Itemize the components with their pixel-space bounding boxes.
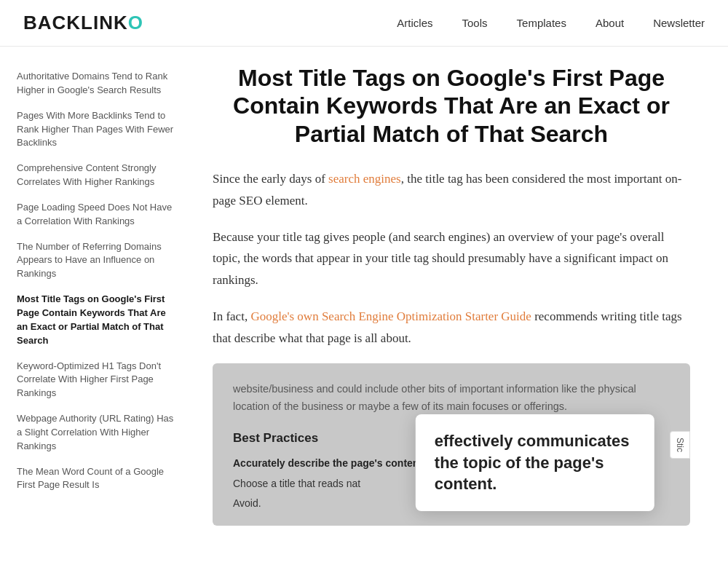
main-content: Most Title Tags on Google's First Page C… — [189, 64, 713, 555]
google-guide-link[interactable]: Google's own Search Engine Optimization … — [250, 309, 531, 323]
logo-o: O — [128, 12, 143, 33]
sidebar-item-3[interactable]: Comprehensive Content Strongly Correlate… — [12, 156, 178, 195]
nav-templates[interactable]: Templates — [517, 17, 566, 29]
logo[interactable]: BACKLINKO — [23, 12, 143, 34]
nav-tools[interactable]: Tools — [462, 17, 488, 29]
paragraph-1: Since the early days of search engines, … — [213, 168, 690, 212]
sidebar-item-2[interactable]: Pages With More Backlinks Tend to Rank H… — [12, 103, 178, 157]
logo-text: BACKLINK — [23, 12, 128, 33]
box-text-top: website/business and could include other… — [233, 381, 670, 414]
sidebar-item-1[interactable]: Authoritative Domains Tend to Rank Highe… — [12, 64, 178, 103]
nav-articles[interactable]: Articles — [397, 17, 432, 29]
sidebar-item-4[interactable]: Page Loading Speed Does Not Have a Corre… — [12, 195, 178, 234]
sidebar: Authoritative Domains Tend to Rank Highe… — [0, 64, 189, 555]
paragraph-3: In fact, Google's own Search Engine Opti… — [213, 306, 690, 349]
content-wrapper: Authoritative Domains Tend to Rank Highe… — [0, 47, 728, 555]
nav-about[interactable]: About — [596, 17, 624, 29]
nav-newsletter[interactable]: Newsletter — [653, 17, 705, 29]
article-body: Since the early days of search engines, … — [213, 168, 690, 349]
sidebar-item-6-active[interactable]: Most Title Tags on Google's First Page C… — [12, 287, 178, 353]
para3-before: In fact, — [213, 309, 250, 323]
sidebar-item-8[interactable]: Webpage Authority (URL Rating) Has a Sli… — [12, 406, 178, 459]
sticky-hint[interactable]: Stic — [670, 431, 690, 459]
content-preview-box: website/business and could include other… — [213, 363, 690, 526]
content-preview-wrapper: website/business and could include other… — [213, 363, 690, 526]
para1-before: Since the early days of — [213, 172, 328, 186]
sidebar-item-5[interactable]: The Number of Referring Domains Appears … — [12, 234, 178, 288]
tooltip-bubble: effectively communicates the topic of th… — [416, 414, 654, 511]
site-header: BACKLINKO Articles Tools Templates About… — [0, 0, 728, 47]
paragraph-2: Because your title tag gives people (and… — [213, 226, 690, 291]
sidebar-item-9[interactable]: The Mean Word Count of a Google First Pa… — [12, 459, 178, 499]
search-engines-link[interactable]: search engines — [328, 172, 401, 186]
sidebar-item-7[interactable]: Keyword-Optimized H1 Tags Don't Correlat… — [12, 354, 178, 407]
main-nav: Articles Tools Templates About Newslette… — [397, 17, 705, 29]
article-title: Most Title Tags on Google's First Page C… — [213, 64, 690, 148]
